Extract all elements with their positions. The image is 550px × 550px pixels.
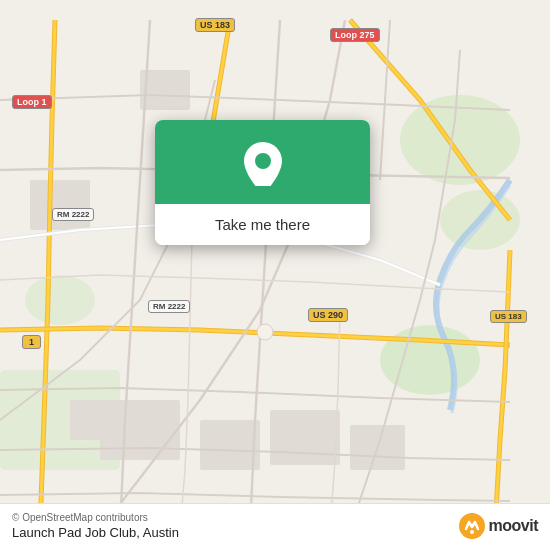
moovit-text: moovit (489, 517, 538, 535)
location-popup: Take me there (155, 120, 370, 245)
road-label-us183-right: US 183 (490, 310, 527, 323)
take-me-there-button[interactable]: Take me there (155, 204, 370, 245)
svg-point-13 (257, 324, 273, 340)
map-container: US 183 Loop 275 Loop 1 US 183 RM 2222 RM… (0, 0, 550, 550)
svg-rect-7 (200, 420, 260, 470)
bottom-info: © OpenStreetMap contributors Launch Pad … (12, 512, 179, 540)
svg-rect-8 (270, 410, 340, 465)
moovit-logo: moovit (459, 513, 538, 539)
road-label-num1: 1 (22, 335, 41, 349)
road-label-rm2222-mid: RM 2222 (148, 300, 190, 313)
svg-rect-11 (30, 180, 90, 230)
location-name: Launch Pad Job Club, Austin (12, 525, 179, 540)
map-roads (0, 0, 550, 550)
road-label-us290: US 290 (308, 308, 348, 322)
road-label-loop275: Loop 275 (330, 28, 380, 42)
svg-point-15 (255, 153, 271, 169)
road-label-rm2222-left: RM 2222 (52, 208, 94, 221)
popup-header (155, 120, 370, 204)
bottom-bar: © OpenStreetMap contributors Launch Pad … (0, 503, 550, 550)
road-label-us183-top: US 183 (195, 18, 235, 32)
copyright-text: © OpenStreetMap contributors (12, 512, 179, 523)
location-pin-icon (241, 142, 285, 186)
road-label-loop1: Loop 1 (12, 95, 52, 109)
moovit-icon (459, 513, 485, 539)
svg-rect-12 (70, 400, 120, 440)
svg-point-4 (25, 275, 95, 325)
svg-point-17 (470, 530, 474, 534)
